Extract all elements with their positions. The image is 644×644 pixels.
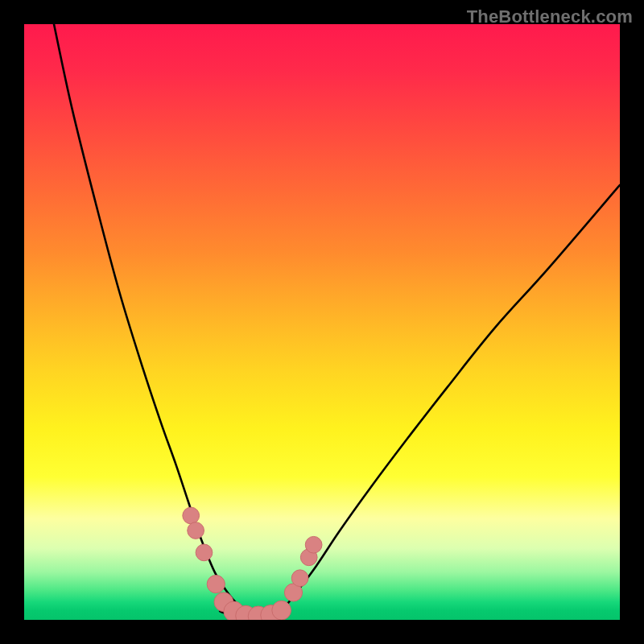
bottleneck-curve	[54, 24, 620, 617]
data-marker	[305, 536, 322, 553]
chart-frame: TheBottleneck.com	[0, 0, 644, 644]
curve-layer	[24, 24, 620, 620]
bottleneck-curve-path	[54, 24, 620, 617]
data-marker	[207, 576, 225, 593]
data-marker	[183, 507, 200, 524]
plot-area	[24, 24, 620, 620]
data-markers	[183, 507, 322, 620]
data-marker	[188, 522, 204, 539]
data-marker	[272, 601, 291, 620]
data-marker	[196, 544, 213, 561]
data-marker	[291, 570, 308, 587]
watermark-text: TheBottleneck.com	[467, 6, 633, 27]
